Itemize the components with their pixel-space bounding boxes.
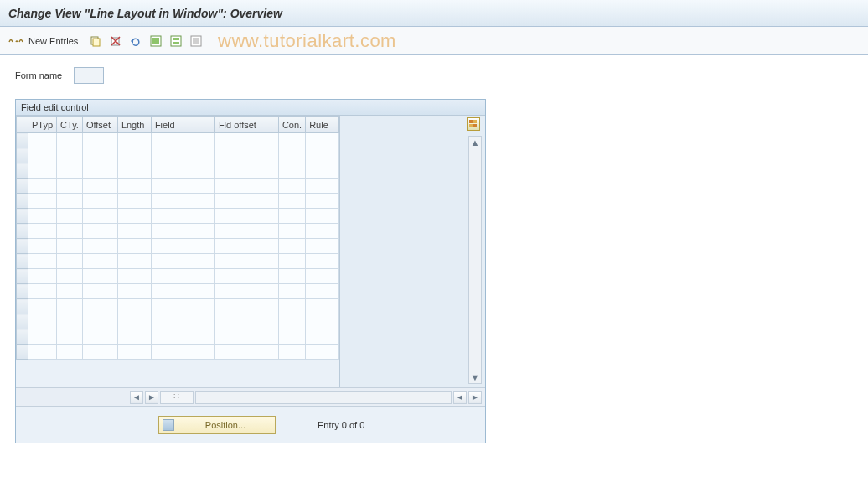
hscroll-left2-icon[interactable]: ◄ xyxy=(453,391,467,404)
grid-cell[interactable] xyxy=(306,329,339,345)
row-selector[interactable] xyxy=(17,163,28,179)
grid-cell[interactable] xyxy=(82,133,117,148)
grid-cell[interactable] xyxy=(214,179,278,194)
grid-cell[interactable] xyxy=(278,224,305,239)
grid-cell[interactable] xyxy=(28,179,57,194)
grid-cell[interactable] xyxy=(82,299,117,314)
grid-cell[interactable] xyxy=(278,209,305,224)
grid-cell[interactable] xyxy=(117,209,151,224)
grid-cell[interactable] xyxy=(82,148,117,163)
grid-cell[interactable] xyxy=(117,299,151,314)
grid-cell[interactable] xyxy=(82,254,117,269)
grid-cell[interactable] xyxy=(151,148,214,163)
undo-icon[interactable] xyxy=(128,34,143,49)
row-header-corner[interactable] xyxy=(17,117,28,133)
row-selector[interactable] xyxy=(17,299,28,314)
table-row[interactable] xyxy=(17,133,339,148)
grid-cell[interactable] xyxy=(151,254,214,269)
grid-cell[interactable] xyxy=(28,329,57,345)
grid-cell[interactable] xyxy=(82,179,117,194)
grid-cell[interactable] xyxy=(278,329,305,345)
grid-cell[interactable] xyxy=(28,239,57,254)
grid-cell[interactable] xyxy=(117,163,151,179)
table-row[interactable] xyxy=(17,345,339,360)
grid-cell[interactable] xyxy=(278,148,305,163)
grid-cell[interactable] xyxy=(28,254,57,269)
new-entries-link[interactable]: New Entries xyxy=(28,36,78,46)
grid-cell[interactable] xyxy=(306,209,339,224)
hscroll-left-icon[interactable]: ◄ xyxy=(130,391,143,404)
grid-cell[interactable] xyxy=(278,314,305,329)
grid-cell[interactable] xyxy=(28,194,57,209)
grid-cell[interactable] xyxy=(151,179,214,194)
grid-cell[interactable] xyxy=(117,254,151,269)
row-selector[interactable] xyxy=(17,329,28,345)
grid-cell[interactable] xyxy=(151,224,214,239)
grid-cell[interactable] xyxy=(82,314,117,329)
row-selector[interactable] xyxy=(17,224,28,239)
row-selector[interactable] xyxy=(17,209,28,224)
row-selector[interactable] xyxy=(17,269,28,284)
grid-cell[interactable] xyxy=(117,269,151,284)
grid-cell[interactable] xyxy=(214,148,278,163)
grid-cell[interactable] xyxy=(57,148,83,163)
grid-cell[interactable] xyxy=(214,209,278,224)
grid-cell[interactable] xyxy=(278,284,305,299)
table-row[interactable] xyxy=(17,269,339,284)
grid-cell[interactable] xyxy=(278,163,305,179)
grid-cell[interactable] xyxy=(214,254,278,269)
copy-icon[interactable] xyxy=(88,34,103,49)
table-row[interactable] xyxy=(17,284,339,299)
grid-cell[interactable] xyxy=(28,133,57,148)
grid-cell[interactable] xyxy=(57,224,83,239)
grid-cell[interactable] xyxy=(82,329,117,345)
grid-cell[interactable] xyxy=(151,284,214,299)
grid-cell[interactable] xyxy=(57,194,83,209)
grid-cell[interactable] xyxy=(57,179,83,194)
grid-cell[interactable] xyxy=(151,194,214,209)
grid-cell[interactable] xyxy=(214,329,278,345)
grid-cell[interactable] xyxy=(306,148,339,163)
grid-cell[interactable] xyxy=(57,314,83,329)
grid-cell[interactable] xyxy=(214,299,278,314)
grid-cell[interactable] xyxy=(82,284,117,299)
grid-cell[interactable] xyxy=(278,133,305,148)
grid-cell[interactable] xyxy=(28,209,57,224)
table-row[interactable] xyxy=(17,314,339,329)
table-row[interactable] xyxy=(17,148,339,163)
table-row[interactable] xyxy=(17,179,339,194)
grid-cell[interactable] xyxy=(214,239,278,254)
grid-cell[interactable] xyxy=(117,133,151,148)
grid-cell[interactable] xyxy=(57,254,83,269)
hscroll-right-icon[interactable]: ► xyxy=(145,391,158,404)
deselect-icon[interactable] xyxy=(189,34,204,49)
grid-cell[interactable] xyxy=(151,163,214,179)
grid-cell[interactable] xyxy=(278,194,305,209)
table-row[interactable] xyxy=(17,209,339,224)
table-row[interactable] xyxy=(17,224,339,239)
grid-cell[interactable] xyxy=(28,345,57,360)
grid-cell[interactable] xyxy=(151,239,214,254)
col-header-rule[interactable]: Rule xyxy=(306,117,339,133)
grid-cell[interactable] xyxy=(57,239,83,254)
grid-cell[interactable] xyxy=(306,133,339,148)
grid-cell[interactable] xyxy=(214,133,278,148)
grid-cell[interactable] xyxy=(28,163,57,179)
grid-cell[interactable] xyxy=(82,345,117,360)
grid-cell[interactable] xyxy=(117,314,151,329)
grid-cell[interactable] xyxy=(214,345,278,360)
position-button[interactable]: Position... xyxy=(158,416,276,434)
row-selector[interactable] xyxy=(17,148,28,163)
grid-cell[interactable] xyxy=(57,345,83,360)
row-selector[interactable] xyxy=(17,194,28,209)
grid-cell[interactable] xyxy=(57,329,83,345)
grid-cell[interactable] xyxy=(82,269,117,284)
table-row[interactable] xyxy=(17,194,339,209)
grid-cell[interactable] xyxy=(57,299,83,314)
grid-cell[interactable] xyxy=(117,239,151,254)
grid-cell[interactable] xyxy=(306,239,339,254)
grid-cell[interactable] xyxy=(306,179,339,194)
grid-cell[interactable] xyxy=(306,163,339,179)
hscroll-thumb[interactable]: ∷ xyxy=(160,391,194,404)
grid-cell[interactable] xyxy=(306,345,339,360)
